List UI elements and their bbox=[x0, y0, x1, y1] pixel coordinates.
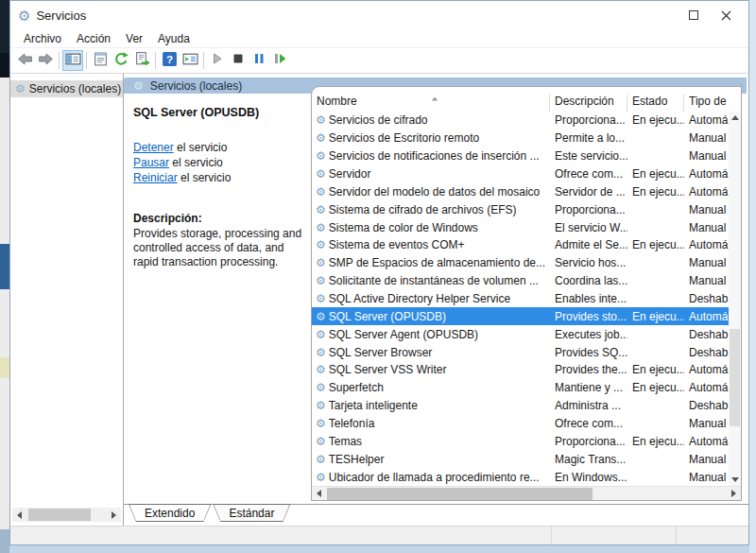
table-row[interactable]: ⚙Tarjeta inteligente Administra ... Desh… bbox=[312, 397, 729, 415]
table-row[interactable]: ⚙SMP de Espacios de almacenamiento de...… bbox=[312, 254, 729, 272]
service-startup-type-cell: Automá bbox=[684, 167, 729, 181]
table-row[interactable]: ⚙Servidor del modelo de datos del mosaic… bbox=[312, 182, 729, 200]
maximize-button[interactable] bbox=[689, 10, 698, 20]
service-startup-type-cell: Deshab bbox=[684, 292, 729, 305]
action-pane-icon bbox=[182, 51, 198, 71]
table-row[interactable]: ⚙Telefonía Ofrece com... Manual bbox=[312, 415, 729, 433]
toolbar-separator bbox=[203, 52, 204, 69]
console-tree-button[interactable] bbox=[62, 50, 83, 71]
service-description-cell: Este servicio... bbox=[550, 149, 627, 163]
close-button[interactable] bbox=[721, 10, 731, 21]
list-horizontal-scrollbar[interactable] bbox=[312, 486, 741, 500]
tab-extendido[interactable]: Extendido bbox=[129, 504, 211, 522]
refresh-icon bbox=[113, 51, 129, 71]
toolbar: ? bbox=[10, 48, 748, 74]
service-gear-icon: ⚙ bbox=[316, 257, 326, 268]
table-row[interactable]: ⚙SQL Active Directory Helper Service Ena… bbox=[312, 290, 729, 308]
stop-service-button[interactable] bbox=[228, 50, 249, 71]
tree-item-servicios-locales[interactable]: ⚙ Servicios (locales) bbox=[10, 80, 123, 97]
scroll-up-button[interactable] bbox=[729, 112, 741, 124]
service-status-cell: En ejecu... bbox=[627, 363, 684, 376]
column-header-estado[interactable]: Estado bbox=[627, 95, 684, 112]
table-row[interactable]: ⚙Sistema de color de Windows El servicio… bbox=[312, 218, 729, 236]
table-row[interactable]: ⚙SQL Server Agent (OPUSDB) Executes job.… bbox=[312, 325, 729, 343]
service-description-cell: Provides SQ... bbox=[550, 346, 627, 359]
table-row[interactable]: ⚙SQL Server VSS Writer Provides the... E… bbox=[312, 361, 729, 379]
service-status-cell: En ejecu... bbox=[627, 113, 684, 127]
stop-service-link[interactable]: Detener bbox=[133, 141, 174, 154]
refresh-button[interactable] bbox=[111, 50, 131, 71]
service-gear-icon: ⚙ bbox=[316, 400, 326, 411]
service-startup-type-cell: Automá bbox=[684, 435, 729, 448]
service-gear-icon: ⚙ bbox=[316, 436, 326, 447]
help-button[interactable]: ? bbox=[159, 50, 180, 71]
column-header-nombre[interactable]: Nombre bbox=[312, 95, 550, 112]
table-row[interactable]: ⚙SQL Server (OPUSDB) Provides sto... En … bbox=[312, 307, 729, 325]
table-row[interactable]: ⚙Servicios de cifrado Proporciona... En … bbox=[312, 112, 729, 130]
column-label: Nombre bbox=[317, 95, 357, 108]
scroll-right-button[interactable] bbox=[727, 487, 741, 501]
left-arrow-icon bbox=[317, 490, 321, 497]
table-row[interactable]: ⚙Servicios de notificaciones de inserció… bbox=[312, 147, 729, 165]
back-icon bbox=[17, 51, 33, 71]
restart-service-button[interactable] bbox=[269, 50, 290, 71]
tree-horizontal-scrollbar[interactable] bbox=[12, 508, 121, 522]
pane-header-label: Servicios (locales) bbox=[150, 79, 242, 93]
properties-icon bbox=[93, 51, 109, 71]
action-suffix: el servicio bbox=[174, 141, 228, 154]
table-row[interactable]: ⚙SQL Server Browser Provides SQ... Desha… bbox=[312, 343, 729, 361]
service-name-cell: ⚙Servicios de cifrado bbox=[312, 113, 550, 127]
scroll-left-button[interactable] bbox=[312, 487, 326, 501]
table-row[interactable]: ⚙Servidor Ofrece com... En ejecu... Auto… bbox=[312, 165, 729, 183]
sort-ascending-icon bbox=[431, 97, 437, 101]
down-arrow-icon bbox=[731, 477, 739, 482]
table-row[interactable]: ⚙Solicitante de instantáneas de volumen … bbox=[312, 272, 729, 290]
action-pane-button[interactable] bbox=[180, 50, 200, 71]
service-description-cell: Proporciona... bbox=[550, 435, 627, 448]
scroll-left-button[interactable] bbox=[12, 508, 26, 522]
tab-estandar[interactable]: Estándar bbox=[213, 504, 290, 522]
service-name-cell: ⚙Servicios de notificaciones de inserció… bbox=[312, 149, 550, 163]
menu-ayuda[interactable]: Ayuda bbox=[150, 30, 198, 47]
scrollbar-thumb[interactable] bbox=[28, 509, 91, 521]
table-row[interactable]: ⚙Sistema de eventos COM+ Admite el Se...… bbox=[312, 236, 729, 254]
column-label: Estado bbox=[632, 95, 667, 108]
table-row[interactable]: ⚙Superfetch Mantiene y ... En ejecu... A… bbox=[312, 379, 729, 397]
service-name-cell: ⚙Sistema de color de Windows bbox=[312, 221, 550, 234]
action-suffix: el servicio bbox=[178, 171, 232, 184]
background-fragment bbox=[0, 53, 9, 78]
back-button[interactable] bbox=[14, 50, 35, 71]
table-row[interactable]: ⚙Ubicador de llamada a procedimiento re.… bbox=[312, 468, 729, 486]
list-vertical-scrollbar[interactable] bbox=[729, 112, 741, 486]
menu-accion[interactable]: Acción bbox=[69, 30, 118, 47]
forward-button[interactable] bbox=[35, 50, 56, 71]
background-fragment bbox=[0, 357, 9, 378]
pause-service-link[interactable]: Pausar bbox=[133, 156, 169, 169]
export-list-icon bbox=[134, 51, 150, 71]
pause-service-button[interactable] bbox=[249, 50, 269, 71]
column-label: Descripción bbox=[555, 95, 614, 108]
table-row[interactable]: ⚙TESHelper Magic Trans... Manual bbox=[312, 450, 729, 468]
table-row[interactable]: ⚙Temas Proporciona... En ejecu... Automá bbox=[312, 432, 729, 450]
column-header-descripcion[interactable]: Descripción bbox=[550, 95, 627, 112]
menu-archivo[interactable]: Archivo bbox=[16, 30, 69, 47]
scroll-right-button[interactable] bbox=[107, 508, 121, 522]
background-fragment bbox=[0, 0, 9, 53]
properties-button[interactable] bbox=[90, 50, 111, 71]
scrollbar-thumb[interactable] bbox=[327, 488, 593, 500]
scrollbar-thumb[interactable] bbox=[730, 329, 740, 426]
view-tabs: Extendido Estándar bbox=[129, 505, 290, 523]
start-service-button[interactable] bbox=[207, 50, 228, 71]
services-gear-icon: ⚙ bbox=[15, 83, 26, 95]
table-row[interactable]: ⚙Servicios de Escritorio remoto Permite … bbox=[312, 130, 729, 147]
column-header-tipo[interactable]: Tipo de bbox=[684, 95, 729, 112]
restart-service-link[interactable]: Reiniciar bbox=[133, 171, 178, 184]
scroll-down-button[interactable] bbox=[729, 474, 741, 486]
menu-ver[interactable]: Ver bbox=[118, 30, 150, 47]
service-name-cell: ⚙SQL Server VSS Writer bbox=[312, 363, 550, 376]
service-name-cell: ⚙Tarjeta inteligente bbox=[312, 399, 550, 412]
service-description-cell: Magic Trans... bbox=[550, 453, 627, 466]
table-row[interactable]: ⚙Sistema de cifrado de archivos (EFS) Pr… bbox=[312, 200, 729, 218]
export-list-button[interactable] bbox=[131, 50, 152, 71]
service-startup-type-cell: Automá bbox=[684, 238, 729, 251]
